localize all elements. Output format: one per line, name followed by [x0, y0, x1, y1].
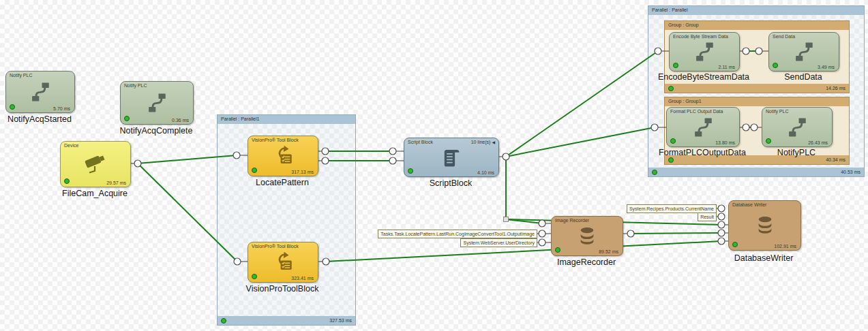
execution-time: 317.13 ms [291, 170, 314, 174]
junction-handle[interactable] [504, 217, 509, 222]
port[interactable] [539, 220, 545, 227]
node-locate-pattern[interactable]: VisionPro® Tool Block 317.13 ms [248, 136, 318, 176]
execution-time: 2.11 ms [719, 65, 735, 69]
port[interactable] [539, 230, 545, 237]
database-icon [729, 201, 800, 250]
status-led [252, 168, 257, 173]
node-notify-plc[interactable]: Notify PLC 26.43 ms [762, 107, 833, 147]
dataflow-canvas[interactable]: Parallel : Parallel1 327.53 ms Parallel … [0, 0, 868, 331]
port[interactable] [322, 157, 329, 164]
port[interactable] [322, 148, 329, 155]
node-title: NotifyAcqComplete [120, 126, 193, 136]
node-visionpro-toolblock[interactable]: VisionPro® Tool Block 323.41 ms [248, 242, 318, 283]
node-title: NotifyPLC [777, 148, 815, 157]
execution-time: 4.10 ms [477, 170, 494, 175]
node-notify-acq-started[interactable]: Notify PLC 5.70 ms [5, 71, 75, 113]
status-led [10, 104, 15, 110]
node-title: FileCam_Acquire [62, 189, 128, 198]
port[interactable] [718, 230, 725, 236]
port[interactable] [718, 238, 725, 245]
execution-time: 5.70 ms [53, 106, 70, 111]
node-title: SendData [784, 72, 822, 82]
port[interactable] [718, 205, 725, 212]
wire[interactable] [506, 127, 655, 157]
node-title: DatabaseWriter [734, 253, 794, 263]
wire[interactable] [506, 51, 658, 157]
node-title: VisionProToolBlock [246, 284, 319, 294]
port[interactable] [655, 48, 661, 54]
status-led [252, 274, 257, 279]
status-led [124, 116, 130, 121]
port[interactable] [323, 258, 329, 265]
execution-time: 89.52 ms [599, 249, 618, 254]
node-title: FormatPLCOutputData [659, 148, 746, 157]
node-title: ScriptBlock [430, 178, 473, 188]
execution-time: 26.43 ms [808, 140, 828, 145]
port[interactable] [134, 160, 141, 167]
port-label-output-image[interactable]: Tasks.Task.LocatePattern.LastRun.CogImag… [378, 230, 537, 238]
port[interactable] [755, 48, 762, 54]
node-database-writer[interactable]: Database Writer 102.91 ms [728, 200, 801, 251]
execution-time: 102.91 ms [774, 244, 796, 249]
port[interactable] [743, 124, 749, 131]
port[interactable] [234, 258, 241, 265]
node-title: NotifyAcqStarted [8, 114, 72, 124]
port-label-user-directory[interactable]: System.WebServer.UserDirectory [460, 238, 537, 247]
status-led [670, 138, 676, 144]
wire[interactable] [631, 233, 721, 234]
port[interactable] [503, 153, 509, 160]
status-led [555, 247, 560, 253]
node-send-data[interactable]: Send Data 3.49 ms [768, 32, 839, 72]
status-led [408, 168, 413, 174]
execution-time: 13.80 ms [715, 140, 735, 145]
node-filecam-acquire[interactable]: Device 29.57 ms [60, 141, 131, 187]
execution-time: 323.41 ms [291, 276, 314, 281]
port[interactable] [539, 239, 545, 246]
node-title: LocatePattern [256, 178, 309, 187]
status-led [673, 63, 678, 68]
port[interactable] [718, 213, 725, 220]
wire[interactable] [506, 157, 542, 223]
execution-time: 29.57 ms [106, 180, 126, 185]
node-script-block[interactable]: Script Block 10 line(s) ◀ 4.10 ms [404, 138, 499, 177]
node-encode-byte-stream-data[interactable]: Encode Byte Stream Data 2.11 ms [669, 32, 740, 72]
port[interactable] [389, 148, 396, 155]
status-led [64, 178, 70, 184]
execution-time: 0.36 ms [172, 118, 189, 123]
wire[interactable] [138, 155, 237, 163]
node-title: ImageRecorder [557, 257, 616, 267]
status-led [766, 138, 771, 144]
port[interactable] [389, 157, 396, 164]
port-label-result[interactable]: Result [698, 212, 717, 221]
node-format-plc-output-data[interactable]: Format PLC Output Data 13.80 ms [666, 107, 740, 147]
status-led [773, 63, 778, 68]
node-image-recorder[interactable]: Image Recorder 89.52 ms [551, 216, 623, 256]
port[interactable] [233, 152, 240, 159]
port[interactable] [718, 221, 725, 228]
node-notify-acq-complete[interactable]: Notify PLC 0.36 ms [120, 81, 194, 125]
wire[interactable] [138, 163, 237, 262]
execution-time: 3.49 ms [818, 65, 835, 69]
port[interactable] [627, 230, 634, 237]
node-title: EncodeByteStreamData [658, 72, 749, 82]
port[interactable] [751, 124, 758, 131]
port[interactable] [651, 124, 658, 131]
port[interactable] [743, 48, 749, 54]
status-led [732, 242, 738, 247]
